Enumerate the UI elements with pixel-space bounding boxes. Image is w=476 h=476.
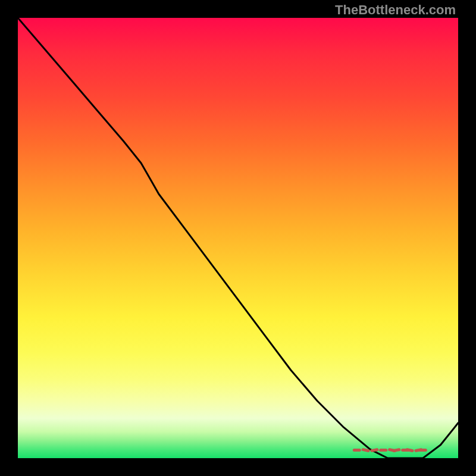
- marker-dash: [372, 450, 377, 451]
- red-dash-cluster: [354, 450, 425, 451]
- marker-dash: [363, 450, 368, 451]
- marker-dash: [407, 450, 412, 451]
- bottleneck-curve: [18, 18, 458, 458]
- chart-overlay: [18, 18, 458, 458]
- marker-dash: [394, 450, 399, 451]
- chart-frame: [18, 18, 458, 458]
- watermark-text: TheBottleneck.com: [335, 2, 456, 18]
